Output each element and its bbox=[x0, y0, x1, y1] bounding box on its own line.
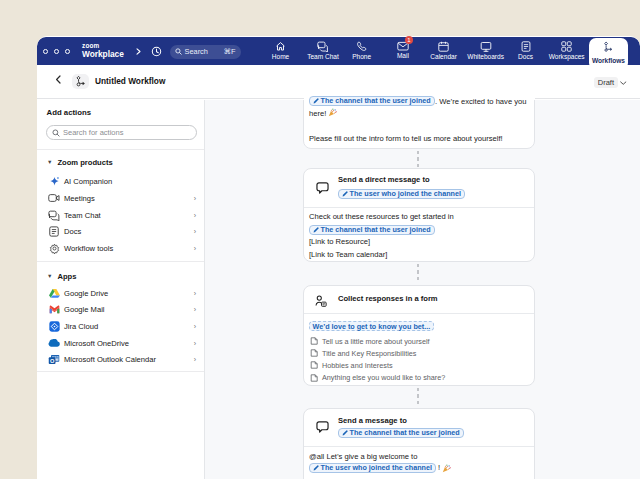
svg-text:O: O bbox=[50, 358, 55, 364]
